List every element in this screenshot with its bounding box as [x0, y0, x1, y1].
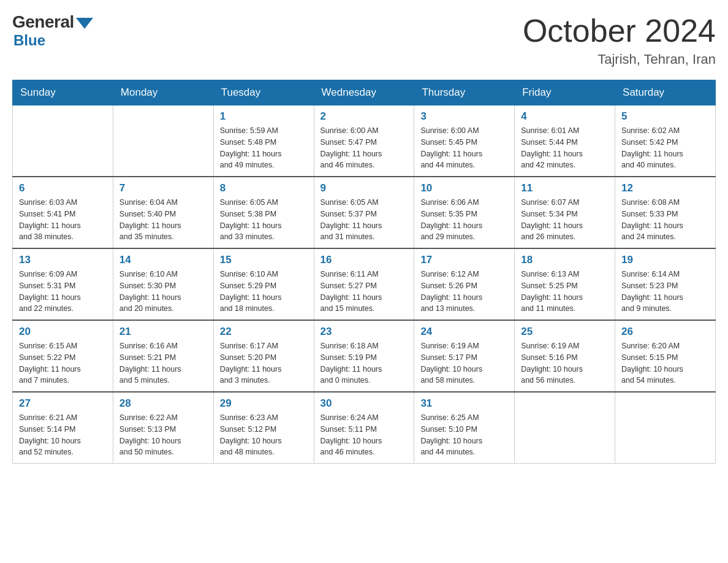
calendar-cell: 16Sunrise: 6:11 AM Sunset: 5:27 PM Dayli… — [314, 248, 414, 320]
calendar-cell: 7Sunrise: 6:04 AM Sunset: 5:40 PM Daylig… — [113, 177, 213, 248]
calendar-week-3: 13Sunrise: 6:09 AM Sunset: 5:31 PM Dayli… — [13, 248, 716, 320]
day-info: Sunrise: 6:05 AM Sunset: 5:38 PM Dayligh… — [220, 197, 308, 243]
day-number: 17 — [420, 254, 508, 266]
weekday-header-saturday: Saturday — [615, 80, 716, 105]
calendar-cell: 4Sunrise: 6:01 AM Sunset: 5:44 PM Daylig… — [515, 105, 615, 177]
day-number: 13 — [19, 254, 107, 266]
day-info: Sunrise: 6:19 AM Sunset: 5:17 PM Dayligh… — [420, 340, 508, 386]
day-number: 23 — [320, 326, 408, 338]
calendar-cell: 26Sunrise: 6:20 AM Sunset: 5:15 PM Dayli… — [615, 320, 716, 392]
day-info: Sunrise: 6:06 AM Sunset: 5:35 PM Dayligh… — [420, 197, 508, 243]
calendar-cell: 19Sunrise: 6:14 AM Sunset: 5:23 PM Dayli… — [615, 248, 716, 320]
day-number: 10 — [420, 182, 508, 194]
day-info: Sunrise: 6:23 AM Sunset: 5:12 PM Dayligh… — [220, 412, 308, 458]
calendar-cell — [113, 105, 213, 177]
day-info: Sunrise: 6:12 AM Sunset: 5:26 PM Dayligh… — [420, 269, 508, 315]
day-info: Sunrise: 6:08 AM Sunset: 5:33 PM Dayligh… — [621, 197, 709, 243]
day-number: 22 — [220, 326, 308, 338]
calendar-cell: 6Sunrise: 6:03 AM Sunset: 5:41 PM Daylig… — [13, 177, 113, 248]
day-info: Sunrise: 5:59 AM Sunset: 5:48 PM Dayligh… — [220, 125, 308, 171]
day-info: Sunrise: 6:21 AM Sunset: 5:14 PM Dayligh… — [19, 412, 107, 458]
day-number: 29 — [220, 397, 308, 410]
day-number: 30 — [320, 397, 408, 410]
calendar-cell: 13Sunrise: 6:09 AM Sunset: 5:31 PM Dayli… — [13, 248, 113, 320]
day-info: Sunrise: 6:19 AM Sunset: 5:16 PM Dayligh… — [521, 340, 609, 386]
day-info: Sunrise: 6:14 AM Sunset: 5:23 PM Dayligh… — [621, 269, 709, 315]
day-number: 14 — [119, 254, 207, 266]
calendar-cell: 12Sunrise: 6:08 AM Sunset: 5:33 PM Dayli… — [615, 177, 716, 248]
calendar-cell: 5Sunrise: 6:02 AM Sunset: 5:42 PM Daylig… — [615, 105, 716, 177]
day-number: 25 — [521, 326, 609, 338]
calendar-week-2: 6Sunrise: 6:03 AM Sunset: 5:41 PM Daylig… — [13, 177, 716, 248]
calendar-cell: 31Sunrise: 6:25 AM Sunset: 5:10 PM Dayli… — [414, 392, 515, 464]
calendar-cell: 27Sunrise: 6:21 AM Sunset: 5:14 PM Dayli… — [13, 392, 113, 464]
weekday-header-sunday: Sunday — [13, 80, 113, 105]
day-info: Sunrise: 6:16 AM Sunset: 5:21 PM Dayligh… — [119, 340, 207, 386]
day-info: Sunrise: 6:00 AM Sunset: 5:45 PM Dayligh… — [420, 125, 508, 171]
day-number: 24 — [420, 326, 508, 338]
day-number: 15 — [220, 254, 308, 266]
day-info: Sunrise: 6:00 AM Sunset: 5:47 PM Dayligh… — [320, 125, 408, 171]
day-number: 20 — [19, 326, 107, 338]
calendar-cell — [13, 105, 113, 177]
day-info: Sunrise: 6:13 AM Sunset: 5:25 PM Dayligh… — [521, 269, 609, 315]
day-number: 5 — [621, 110, 709, 123]
calendar-cell: 21Sunrise: 6:16 AM Sunset: 5:21 PM Dayli… — [113, 320, 213, 392]
day-number: 16 — [320, 254, 408, 266]
calendar-week-5: 27Sunrise: 6:21 AM Sunset: 5:14 PM Dayli… — [13, 392, 716, 464]
day-info: Sunrise: 6:01 AM Sunset: 5:44 PM Dayligh… — [521, 125, 609, 171]
calendar-cell: 14Sunrise: 6:10 AM Sunset: 5:30 PM Dayli… — [113, 248, 213, 320]
day-info: Sunrise: 6:25 AM Sunset: 5:10 PM Dayligh… — [420, 412, 508, 458]
day-number: 28 — [119, 397, 207, 410]
day-number: 19 — [621, 254, 709, 266]
day-info: Sunrise: 6:03 AM Sunset: 5:41 PM Dayligh… — [19, 197, 107, 243]
calendar-cell — [515, 392, 615, 464]
day-number: 1 — [220, 110, 308, 123]
calendar-week-4: 20Sunrise: 6:15 AM Sunset: 5:22 PM Dayli… — [13, 320, 716, 392]
day-number: 11 — [521, 182, 609, 194]
calendar-cell: 15Sunrise: 6:10 AM Sunset: 5:29 PM Dayli… — [213, 248, 314, 320]
day-number: 3 — [420, 110, 508, 123]
day-number: 9 — [320, 182, 408, 194]
day-number: 2 — [320, 110, 408, 123]
calendar-cell: 25Sunrise: 6:19 AM Sunset: 5:16 PM Dayli… — [515, 320, 615, 392]
calendar-cell — [615, 392, 716, 464]
day-info: Sunrise: 6:10 AM Sunset: 5:30 PM Dayligh… — [119, 269, 207, 315]
calendar-table: SundayMondayTuesdayWednesdayThursdayFrid… — [12, 80, 716, 464]
calendar-cell: 20Sunrise: 6:15 AM Sunset: 5:22 PM Dayli… — [13, 320, 113, 392]
day-number: 18 — [521, 254, 609, 266]
day-info: Sunrise: 6:04 AM Sunset: 5:40 PM Dayligh… — [119, 197, 207, 243]
day-number: 6 — [19, 182, 107, 194]
day-number: 27 — [19, 397, 107, 410]
logo: General Blue — [12, 12, 93, 49]
day-number: 7 — [119, 182, 207, 194]
calendar-cell: 29Sunrise: 6:23 AM Sunset: 5:12 PM Dayli… — [213, 392, 314, 464]
day-number: 21 — [119, 326, 207, 338]
calendar-cell: 28Sunrise: 6:22 AM Sunset: 5:13 PM Dayli… — [113, 392, 213, 464]
month-title: October 2024 — [523, 12, 716, 49]
day-number: 4 — [521, 110, 609, 123]
day-info: Sunrise: 6:07 AM Sunset: 5:34 PM Dayligh… — [521, 197, 609, 243]
day-info: Sunrise: 6:17 AM Sunset: 5:20 PM Dayligh… — [220, 340, 308, 386]
calendar-week-1: 1Sunrise: 5:59 AM Sunset: 5:48 PM Daylig… — [13, 105, 716, 177]
logo-general-text: General — [12, 12, 74, 32]
day-info: Sunrise: 6:11 AM Sunset: 5:27 PM Dayligh… — [320, 269, 408, 315]
page-header: General Blue October 2024 Tajrish, Tehra… — [12, 12, 716, 67]
calendar-cell: 3Sunrise: 6:00 AM Sunset: 5:45 PM Daylig… — [414, 105, 515, 177]
day-info: Sunrise: 6:15 AM Sunset: 5:22 PM Dayligh… — [19, 340, 107, 386]
calendar-cell: 2Sunrise: 6:00 AM Sunset: 5:47 PM Daylig… — [314, 105, 414, 177]
weekday-header-monday: Monday — [113, 80, 213, 105]
logo-blue-text: Blue — [13, 32, 45, 49]
calendar-header-row: SundayMondayTuesdayWednesdayThursdayFrid… — [13, 80, 716, 105]
calendar-cell: 22Sunrise: 6:17 AM Sunset: 5:20 PM Dayli… — [213, 320, 314, 392]
calendar-cell: 1Sunrise: 5:59 AM Sunset: 5:48 PM Daylig… — [213, 105, 314, 177]
day-info: Sunrise: 6:02 AM Sunset: 5:42 PM Dayligh… — [621, 125, 709, 171]
day-info: Sunrise: 6:18 AM Sunset: 5:19 PM Dayligh… — [320, 340, 408, 386]
weekday-header-friday: Friday — [515, 80, 615, 105]
day-info: Sunrise: 6:24 AM Sunset: 5:11 PM Dayligh… — [320, 412, 408, 458]
weekday-header-thursday: Thursday — [414, 80, 515, 105]
weekday-header-wednesday: Wednesday — [314, 80, 414, 105]
day-info: Sunrise: 6:22 AM Sunset: 5:13 PM Dayligh… — [119, 412, 207, 458]
calendar-cell: 9Sunrise: 6:05 AM Sunset: 5:37 PM Daylig… — [314, 177, 414, 248]
calendar-cell: 11Sunrise: 6:07 AM Sunset: 5:34 PM Dayli… — [515, 177, 615, 248]
